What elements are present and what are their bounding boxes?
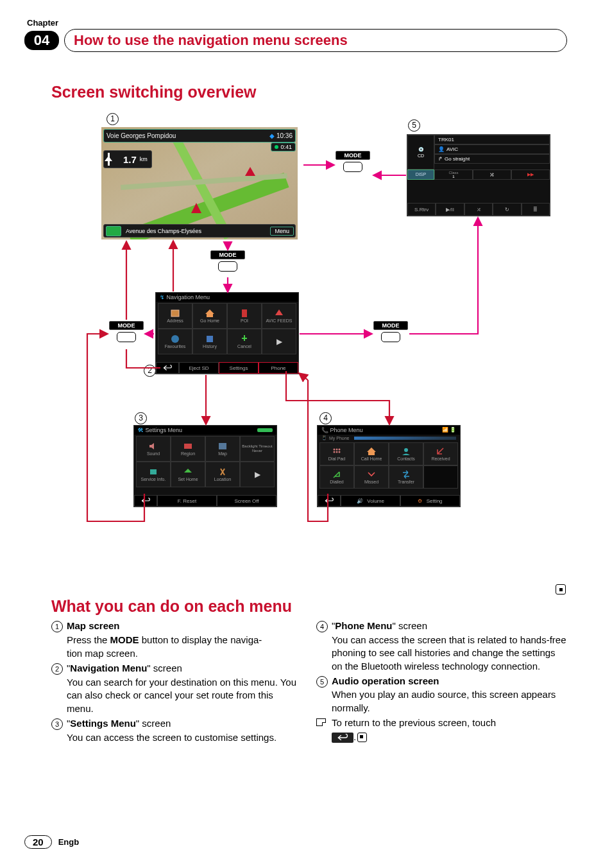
nav-item-next[interactable]: ▶ [262, 329, 296, 354]
settings-menu-title: Settings Menu [146, 427, 183, 433]
settings-back-button[interactable] [134, 495, 157, 507]
transfer-icon [400, 470, 412, 479]
settings-screenoff-button[interactable]: Screen Off [217, 495, 276, 507]
svg-rect-8 [150, 469, 157, 474]
dialled-icon [331, 470, 343, 479]
audio-btn-srtrv[interactable]: S.Rtrv [407, 203, 436, 216]
map-bottom-street: Avenue des Champs-Elysées [123, 228, 270, 234]
list-num-1: 1 [51, 620, 67, 633]
phone-item-callhome[interactable]: Call Home [354, 442, 389, 465]
settings-item-region[interactable]: Region [171, 436, 205, 462]
sethome-icon [182, 467, 194, 476]
mode-button-top-right[interactable]: MODE [336, 151, 370, 177]
chevron-right-icon: ▶ [276, 337, 282, 346]
settings-item-sound[interactable]: Sound [136, 436, 171, 462]
chapter-header: 04 How to use the navigation menu screen… [24, 29, 567, 52]
language-code: Engb [58, 837, 80, 847]
callhome-icon [366, 447, 377, 456]
settings-item-service[interactable]: Service Info. [136, 462, 171, 487]
service-icon [148, 467, 159, 476]
phone-volume-button[interactable]: 🔊 Volume [341, 495, 400, 507]
region-icon [182, 442, 194, 451]
location-icon [217, 467, 228, 476]
nav-item-cancel[interactable]: Cancel [227, 329, 262, 354]
phone-item-contacts[interactable]: Contacts [389, 442, 423, 465]
map-bottom-bar: Avenue des Champs-Elysées Menu [103, 224, 296, 238]
audio-btn-list[interactable]: ≣ [522, 203, 550, 216]
poi-icon [239, 309, 250, 318]
section-title-overview: Screen switching overview [51, 83, 567, 101]
svg-point-10 [334, 449, 336, 451]
svg-point-11 [336, 449, 338, 451]
phone-menu-title: Phone Menu [330, 427, 363, 433]
battery-icon [257, 428, 273, 432]
turn-arrow-icon [108, 153, 121, 166]
list-num-5: 5 [316, 675, 332, 688]
settings-item-map[interactable]: Map [205, 436, 240, 462]
phone-item-transfer[interactable]: Transfer [389, 465, 423, 489]
history-icon [204, 334, 216, 343]
item3-body: You can access the screen to customise s… [51, 731, 302, 745]
phone-setting-button[interactable]: ⚙ Setting [400, 495, 460, 507]
chapter-title: How to use the navigation menu screens [74, 32, 348, 48]
settings-item-next[interactable]: ▶ [240, 462, 275, 487]
svg-marker-16 [367, 447, 376, 455]
map-menu-button[interactable]: Menu [270, 227, 294, 236]
phone-item-dialled[interactable]: Dialled [319, 465, 354, 489]
audio-btn-shuffle[interactable]: ⤮ [464, 203, 493, 216]
back-icon [141, 498, 150, 504]
nav-item-address[interactable]: Address [158, 303, 192, 329]
prev-track-icon[interactable]: ⤮ [473, 169, 511, 180]
nav-settings-button[interactable]: Settings [219, 362, 259, 374]
callout-4 [319, 412, 332, 424]
nav-eject-button[interactable]: Eject SD [179, 362, 219, 374]
sound-icon [148, 442, 159, 451]
audio-disp-button[interactable]: DISP [407, 169, 434, 180]
back-touch-chip[interactable] [332, 733, 353, 743]
audio-screen: 💿CD TRK01 👤AVIC ↱Go straight DISP Class1… [407, 134, 550, 216]
nav-back-button[interactable] [156, 362, 179, 374]
svg-point-17 [404, 448, 408, 452]
nav-item-avicfeeds[interactable]: AVIC FEEDS [262, 303, 296, 329]
settings-item-backlight[interactable]: Backlight Timeout Never [240, 436, 275, 462]
signal-icon: 📶 🔋 [442, 427, 456, 433]
mode-button-middle[interactable]: MODE [210, 250, 245, 276]
audio-btn-play[interactable]: ▶/II [436, 203, 464, 216]
nav-phone-button[interactable]: Phone [259, 362, 298, 374]
phone-back-button[interactable] [318, 495, 341, 507]
nav-item-gohome[interactable]: Go Home [192, 303, 227, 329]
settings-menu-screen: 🛠 Settings Menu Sound Region Map Backlig… [133, 425, 277, 507]
inline-end-icon [357, 733, 367, 742]
left-column: 1 Map screen Press the MODE button to di… [51, 618, 302, 744]
next-track-icon[interactable]: ▶▶ [511, 169, 550, 180]
mode-button-right[interactable]: MODE [373, 321, 408, 347]
callout-1 [106, 113, 119, 125]
map-layers-icon[interactable] [106, 226, 121, 236]
callout-2 [144, 365, 156, 377]
section-title-menus: What you can do on each menu [51, 597, 567, 616]
address-icon [169, 309, 181, 318]
nav-item-favourites[interactable]: Favourites [158, 329, 192, 354]
mode-button-left[interactable]: MODE [109, 321, 144, 347]
phone-item-missed[interactable]: Missed [354, 465, 389, 489]
home-icon [204, 309, 216, 318]
audio-btn-repeat[interactable]: ↻ [493, 203, 521, 216]
nav-item-history[interactable]: History [192, 329, 227, 354]
svg-rect-0 [171, 310, 179, 317]
item4-body: You can access the screen that is relate… [316, 634, 567, 673]
note-text: To return to the previous screen, touch [332, 716, 567, 730]
map-time: 10:36 [276, 132, 293, 139]
item5-title: Audio operation screen [332, 675, 439, 686]
settings-item-sethome[interactable]: Set Home [171, 462, 205, 487]
settings-freset-button[interactable]: F. Reset [157, 495, 217, 507]
callout-5 [408, 119, 420, 132]
phone-item-dialpad[interactable]: Dial Pad [319, 442, 354, 465]
missed-icon [366, 470, 377, 479]
feeds-icon [273, 309, 285, 318]
item4-title: Phone Menu [335, 620, 392, 631]
nav-item-poi[interactable]: POI [227, 303, 262, 329]
settings-item-location[interactable]: Location [205, 462, 240, 487]
svg-point-4 [171, 335, 179, 343]
chapter-number-badge: 04 [24, 31, 59, 50]
phone-item-received[interactable]: Received [423, 442, 458, 465]
